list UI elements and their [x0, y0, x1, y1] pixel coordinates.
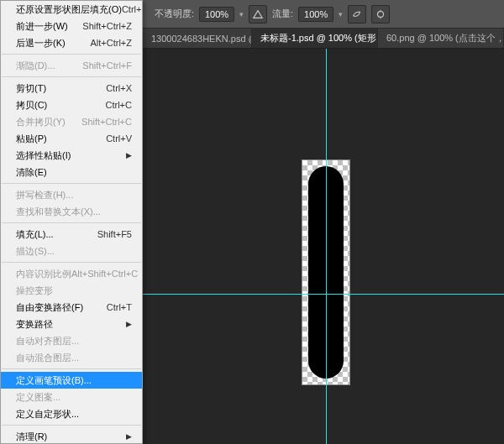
menu-separator — [2, 262, 141, 263]
menu-item-label: 合并拷贝(Y) — [16, 116, 66, 128]
menu-shortcut: Shift+Ctrl+C — [81, 116, 132, 128]
menu-shortcut: Ctrl+X — [106, 82, 132, 94]
menu-item-label: 定义画笔预设(B)... — [16, 374, 92, 386]
airbrush-icon[interactable] — [348, 5, 366, 24]
menu-shortcut: Alt+Shift+Ctrl+C — [71, 268, 138, 279]
menu-item: 自动对齐图层... — [1, 332, 142, 349]
menu-shortcut: Ctrl+V — [106, 133, 132, 144]
menu-item-label: 描边(S)... — [16, 245, 55, 257]
menu-item[interactable]: 变换路径▶ — [1, 316, 142, 332]
menu-item-label: 填充(L)... — [16, 228, 54, 240]
menu-item-label: 粘贴(P) — [16, 133, 47, 144]
menu-item-label: 还原设置形状图层填充(O) — [16, 3, 122, 15]
menu-item-label: 拷贝(C) — [16, 99, 47, 111]
edit-menu: 还原设置形状图层填充(O)Ctrl+Z前进一步(W)Shift+Ctrl+Z后退… — [0, 0, 143, 444]
menu-item-label: 查找和替换文本(X)... — [16, 206, 101, 217]
menu-item-label: 变换路径 — [16, 318, 53, 330]
menu-shortcut: Shift+F5 — [97, 228, 132, 240]
submenu-arrow-icon: ▶ — [126, 431, 132, 442]
pressure-opacity-icon[interactable] — [249, 5, 267, 24]
submenu-arrow-icon: ▶ — [126, 318, 132, 330]
menu-item[interactable]: 填充(L)...Shift+F5 — [1, 226, 142, 243]
menu-separator — [2, 222, 141, 223]
menu-item[interactable]: 前进一步(W)Shift+Ctrl+Z — [1, 18, 142, 34]
svg-point-0 — [378, 11, 384, 17]
menu-item-label: 拼写检查(H)... — [16, 189, 73, 201]
menu-item-label: 后退一步(K) — [16, 37, 66, 49]
menu-item[interactable]: 拷贝(C)Ctrl+C — [1, 97, 142, 113]
opacity-label: 不透明度: — [155, 8, 194, 20]
tab-document[interactable]: 1300024683HEKN.psd @ 3...× — [143, 29, 252, 48]
menu-item[interactable]: 自由变换路径(F)Ctrl+T — [1, 299, 142, 316]
submenu-arrow-icon: ▶ — [126, 149, 132, 161]
menu-item[interactable]: 清除(E) — [1, 164, 142, 180]
menu-shortcut: Ctrl+C — [106, 99, 132, 111]
menu-separator — [2, 183, 141, 184]
flow-label: 流量: — [272, 8, 293, 20]
menu-item: 内容识别比例Alt+Shift+Ctrl+C — [1, 265, 142, 282]
chevron-down-icon[interactable]: ▾ — [239, 10, 244, 18]
menu-separator — [2, 368, 141, 369]
menu-item-label: 定义图案... — [16, 391, 60, 403]
menu-item[interactable]: 定义自定形状... — [1, 405, 142, 422]
menu-shortcut: Alt+Ctrl+Z — [90, 37, 132, 49]
menu-separator — [2, 425, 141, 426]
menu-item[interactable]: 选择性粘贴(I)▶ — [1, 147, 142, 164]
menu-separator — [2, 54, 141, 55]
tab-document[interactable]: 未标题-1.psd @ 100% (矩形 1, RGB/...× — [252, 29, 378, 48]
menu-item: 描边(S)... — [1, 243, 142, 259]
menu-item[interactable]: 还原设置形状图层填充(O)Ctrl+Z — [1, 1, 142, 18]
menu-item: 合并拷贝(Y)Shift+Ctrl+C — [1, 113, 142, 130]
menu-shortcut: Shift+Ctrl+F — [82, 60, 132, 71]
menu-item[interactable]: 定义画笔预设(B)... — [1, 372, 142, 389]
menu-item: 自动混合图层... — [1, 349, 142, 366]
menu-separator — [2, 76, 141, 77]
menu-item-label: 剪切(T) — [16, 82, 46, 94]
flow-input[interactable] — [298, 7, 333, 22]
chevron-down-icon[interactable]: ▾ — [339, 10, 343, 18]
menu-item: 定义图案... — [1, 389, 142, 405]
menu-item: 拼写检查(H)... — [1, 186, 142, 203]
menu-item-label: 自由变换路径(F) — [16, 301, 83, 313]
menu-shortcut: Ctrl+T — [107, 301, 132, 313]
menu-item[interactable]: 粘贴(P)Ctrl+V — [1, 130, 142, 147]
canvas[interactable] — [143, 49, 504, 444]
menu-item[interactable]: 后退一步(K)Alt+Ctrl+Z — [1, 34, 142, 51]
pressure-size-icon[interactable] — [371, 5, 390, 24]
menu-item-label: 操控变形 — [16, 285, 53, 296]
menu-item[interactable]: 清理(R)▶ — [1, 428, 142, 444]
menu-shortcut: Shift+Ctrl+Z — [82, 20, 132, 32]
tab-document[interactable]: 60.png @ 100% (点击这个，将 选区转... — [378, 29, 504, 48]
menu-item-label: 自动对齐图层... — [16, 335, 79, 347]
menu-item-label: 清理(R) — [16, 431, 47, 442]
menu-item-label: 内容识别比例 — [16, 268, 71, 279]
menu-item-label: 定义自定形状... — [16, 408, 79, 420]
menu-item: 渐隐(D)...Shift+Ctrl+F — [1, 57, 142, 74]
menu-item-label: 渐隐(D)... — [16, 60, 55, 71]
menu-item[interactable]: 剪切(T)Ctrl+X — [1, 80, 142, 97]
guide-horizontal[interactable] — [143, 294, 504, 295]
opacity-input[interactable] — [199, 7, 234, 22]
menu-item-label: 选择性粘贴(I) — [16, 149, 71, 161]
menu-item: 操控变形 — [1, 282, 142, 299]
menu-item-label: 前进一步(W) — [16, 20, 68, 32]
menu-item-label: 自动混合图层... — [16, 352, 79, 363]
menu-item: 查找和替换文本(X)... — [1, 203, 142, 220]
menu-shortcut: Ctrl+Z — [122, 3, 143, 15]
menu-item-label: 清除(E) — [16, 166, 47, 178]
guide-vertical[interactable] — [326, 49, 327, 444]
